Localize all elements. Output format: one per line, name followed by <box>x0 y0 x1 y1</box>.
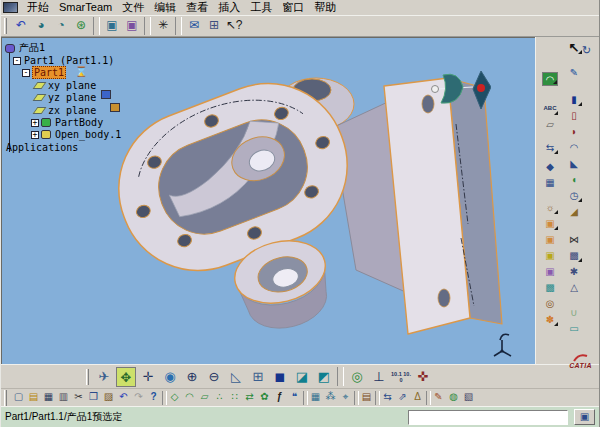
tree-item-label[interactable]: Part1 (Part1.1) <box>23 55 115 66</box>
point-tool-icon[interactable]: ∴ <box>213 390 227 405</box>
scaling-icon[interactable]: △ <box>566 281 582 295</box>
tree-item-label[interactable]: PartBody <box>54 117 104 128</box>
tree-item-label[interactable]: Open_body.1 <box>54 129 122 140</box>
view-box-icon[interactable]: ▣ <box>103 17 121 35</box>
zoom-in-icon[interactable]: ⊕ <box>182 367 202 387</box>
boolean-icon[interactable]: ∪ <box>566 306 582 320</box>
fit-all-icon[interactable]: ✥ <box>116 367 136 387</box>
menu-start[interactable]: 开始 <box>22 0 54 15</box>
toolbar-handle[interactable] <box>4 18 7 34</box>
surface-tool-icon[interactable]: ◠ <box>183 390 197 405</box>
tree-item-product1[interactable]: 产品1 <box>5 42 122 54</box>
groove-icon[interactable]: ◖ <box>566 173 582 187</box>
constraint-box-icon[interactable]: ▣ <box>542 217 558 231</box>
tree-expander[interactable]: - <box>13 57 21 65</box>
formula-icon[interactable]: ƒ <box>273 390 287 405</box>
thickness-icon[interactable]: ▭ <box>566 322 582 336</box>
tree-item-yz-plane[interactable]: yz plane <box>35 92 122 104</box>
power-input-button[interactable]: ▣ <box>574 409 595 425</box>
help-icon[interactable]: ? <box>147 390 161 405</box>
sketcher-icon[interactable]: ✎ <box>566 66 582 80</box>
tree-item-partbody[interactable]: + PartBody <box>31 116 122 128</box>
normal-view-icon[interactable]: ◺ <box>226 367 246 387</box>
cut-icon[interactable]: ✂ <box>72 390 86 405</box>
circ-pattern-icon[interactable]: ✱ <box>566 265 582 279</box>
analysis-tool-icon[interactable]: ✿ <box>258 390 272 405</box>
measure-abc-icon[interactable]: ABC <box>542 102 558 116</box>
mass-properties-icon[interactable]: Δ <box>411 390 425 405</box>
fly-mode-icon[interactable]: ✈ <box>94 367 114 387</box>
toolbar-handle[interactable] <box>86 369 89 385</box>
open-folder-icon[interactable]: ▤ <box>27 390 41 405</box>
pad-icon[interactable]: ▮ <box>566 93 582 107</box>
menu-tools[interactable]: 工具 <box>245 0 277 15</box>
tree-item-label[interactable]: yz plane <box>47 92 97 103</box>
toolbar-handle[interactable] <box>4 390 7 406</box>
tree-expander[interactable]: - <box>22 69 30 77</box>
undo-icon[interactable]: ↶ <box>12 17 30 35</box>
offset-box-icon[interactable]: ▣ <box>542 233 558 247</box>
pocket-icon[interactable]: ▯ <box>566 109 582 123</box>
slot-icon[interactable]: ◠ <box>566 141 582 155</box>
hole-icon[interactable]: ◷ <box>566 189 582 203</box>
compass-free-handle[interactable] <box>432 86 439 93</box>
grid-icon[interactable]: ▦ <box>542 176 558 190</box>
3d-part-model[interactable] <box>90 74 526 336</box>
select-arrow-icon[interactable]: ↖ <box>566 41 582 55</box>
yellow-box-icon[interactable]: ▣ <box>542 249 558 263</box>
tree-item-label[interactable]: Part1 <box>32 66 66 79</box>
new-document-icon[interactable]: ▢ <box>12 390 26 405</box>
plane-tool-icon[interactable]: ▱ <box>198 390 212 405</box>
tree-item-applications[interactable]: Applications <box>5 141 122 153</box>
tree-item-label[interactable]: 产品1 <box>18 41 46 55</box>
menu-smarteam[interactable]: SmarTeam <box>54 0 117 15</box>
tree-item-label[interactable]: Applications <box>5 142 79 153</box>
swap-space-icon[interactable]: ◩ <box>314 367 334 387</box>
target-icon[interactable]: ◎ <box>542 297 558 311</box>
cube-grid-icon[interactable]: ▩ <box>542 281 558 295</box>
units-icon[interactable]: 10.1 10.0 <box>391 367 411 387</box>
rotate-icon[interactable]: ◉ <box>160 367 180 387</box>
wireframe-tool-icon[interactable]: ◇ <box>168 390 182 405</box>
search-icon[interactable]: ⌖ <box>339 390 353 405</box>
orbit-view-icon[interactable]: ◕ <box>32 17 50 35</box>
pan-icon[interactable]: ✛ <box>138 367 158 387</box>
design-table-icon[interactable]: ▦ <box>309 390 323 405</box>
burst-icon[interactable]: ✳ <box>154 17 172 35</box>
menu-window[interactable]: 窗口 <box>277 0 309 15</box>
tree-item-part1[interactable]: - Part1 (Part1.1) <box>13 54 122 66</box>
multi-view-icon[interactable]: ⊞ <box>248 367 268 387</box>
zoom-out-icon[interactable]: ⊖ <box>204 367 224 387</box>
menu-file[interactable]: 文件 <box>117 0 149 15</box>
globe-icon[interactable]: ⊛ <box>72 17 90 35</box>
structure-icon[interactable]: ⁂ <box>324 390 338 405</box>
tree-expander[interactable]: + <box>31 119 39 127</box>
menu-help[interactable]: 帮助 <box>309 0 341 15</box>
material-icon[interactable]: ◍ <box>447 390 461 405</box>
mail-icon[interactable]: ✉ <box>185 17 203 35</box>
layers-icon[interactable]: ⊞ <box>205 17 223 35</box>
whats-this-icon[interactable]: ↖? <box>225 17 243 35</box>
shading-icon[interactable]: ◼ <box>270 367 290 387</box>
comment-icon[interactable]: ❝ <box>288 390 302 405</box>
measure-between-icon[interactable]: ⇆ <box>542 141 558 155</box>
rect-pattern-icon[interactable]: ▩ <box>566 249 582 263</box>
catalog-icon[interactable]: ▤ <box>360 390 374 405</box>
tree-item-label[interactable]: zx plane <box>47 105 97 116</box>
hide-show-icon[interactable]: ◪ <box>292 367 312 387</box>
spiral-icon[interactable]: ◎ <box>347 367 367 387</box>
axis-system-icon[interactable]: ⊥ <box>369 367 389 387</box>
paste-icon[interactable]: ▨ <box>102 390 116 405</box>
menu-view[interactable]: 查看 <box>181 0 213 15</box>
shaft-icon[interactable]: ◗ <box>566 125 582 139</box>
redo-icon[interactable]: ↷ <box>132 390 146 405</box>
tree-item-open-body[interactable]: + Open_body.1 <box>31 129 122 141</box>
copy-icon[interactable]: ❐ <box>87 390 101 405</box>
render-quality-icon[interactable]: ▧ <box>462 390 476 405</box>
fillet-icon[interactable]: ◢ <box>566 205 582 219</box>
swirl-face-icon[interactable]: ✽ <box>542 313 558 327</box>
menu-insert[interactable]: 插入 <box>213 0 245 15</box>
paint-icon[interactable]: ✎ <box>432 390 446 405</box>
tree-item-xy-plane[interactable]: xy plane <box>35 79 122 91</box>
render-box-icon[interactable]: ▣ <box>123 17 141 35</box>
